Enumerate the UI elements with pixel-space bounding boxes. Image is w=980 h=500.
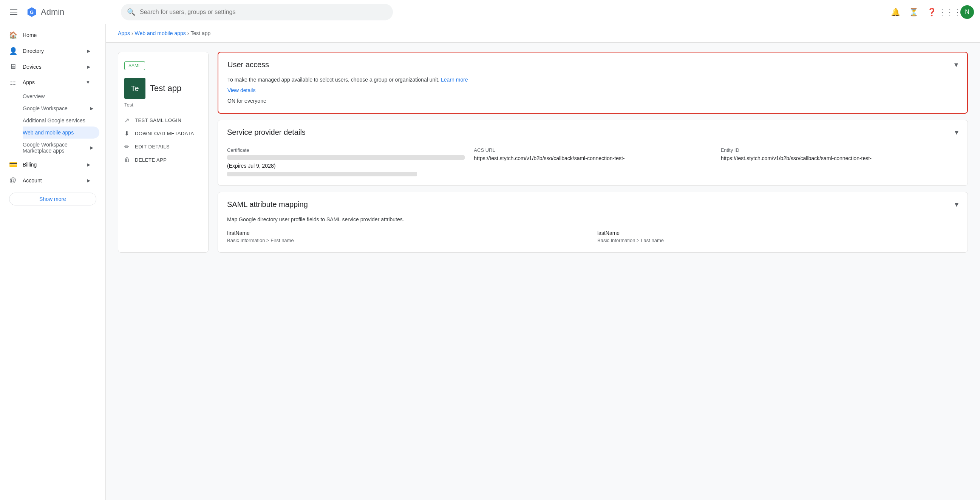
app-panel: SAML Te Test app Test ↗ Test SAML Login …	[118, 52, 208, 252]
sidebar-item-web-mobile-label: Web and mobile apps	[23, 130, 74, 136]
person-icon: 👤	[9, 47, 17, 55]
sidebar-item-web-mobile[interactable]: Web and mobile apps	[23, 127, 99, 139]
learn-more-link[interactable]: Learn more	[441, 77, 468, 83]
sidebar-item-account[interactable]: @ Account ▶	[0, 173, 99, 188]
first-name-value: Basic Information > First name	[227, 238, 588, 243]
show-more-button[interactable]: Show more	[9, 193, 96, 205]
breadcrumb-apps[interactable]: Apps	[118, 30, 130, 36]
user-access-header[interactable]: User access ▾	[218, 52, 967, 77]
saml-mapping-title: SAML attribute mapping	[227, 200, 308, 209]
menu-button[interactable]	[6, 5, 21, 20]
sp-grid: Certificate (Expires Jul 9, 2028) ACS UR…	[227, 144, 958, 176]
sidebar-item-additional-google[interactable]: Additional Google services	[23, 114, 99, 127]
sp-title: Service provider details	[227, 128, 305, 137]
entity-id-field: Entity ID https://test.stytch.com/v1/b2b…	[721, 147, 958, 176]
search-bar[interactable]: 🔍	[121, 4, 393, 21]
svg-text:G: G	[30, 9, 33, 15]
sidebar-item-google-workspace[interactable]: Google Workspace ▶	[23, 102, 99, 114]
sp-content: Certificate (Expires Jul 9, 2028) ACS UR…	[218, 144, 967, 186]
help-button[interactable]: ❓	[924, 5, 939, 20]
sidebar-item-home[interactable]: 🏠 Home	[0, 27, 99, 43]
sidebar-item-marketplace-label: Google Workspace Marketplace apps	[23, 141, 68, 154]
download-icon: ⬇	[124, 130, 131, 137]
breadcrumb-web-mobile[interactable]: Web and mobile apps	[135, 30, 186, 36]
sidebar-item-account-label: Account	[23, 178, 42, 184]
panels-area: User access ▾ To make the managed app av…	[218, 52, 968, 252]
search-input[interactable]	[140, 9, 387, 16]
test-saml-login-action[interactable]: ↗ Test SAML Login	[124, 117, 202, 124]
edit-details-action[interactable]: ✏ Edit Details	[124, 143, 202, 150]
sidebar-item-overview[interactable]: Overview	[23, 90, 99, 102]
sidebar-item-billing[interactable]: 💳 Billing ▶	[0, 157, 99, 173]
last-name-label: lastName	[597, 230, 958, 236]
chevron-right-icon-account: ▶	[87, 178, 90, 183]
hourglass-icon: ⏳	[909, 8, 918, 17]
last-name-value: Basic Information > Last name	[597, 238, 958, 243]
user-access-chevron-icon: ▾	[954, 60, 958, 69]
sp-header[interactable]: Service provider details ▾	[218, 120, 967, 144]
sidebar-item-marketplace[interactable]: Google Workspace Marketplace apps ▶	[23, 139, 99, 157]
certificate-field: Certificate (Expires Jul 9, 2028)	[227, 147, 465, 176]
test-saml-login-label: Test SAML Login	[135, 117, 181, 123]
sidebar-item-directory[interactable]: 👤 Directory ▶	[0, 43, 99, 59]
layout: 🏠 Home 👤 Directory ▶ 🖥 Devices ▶ ⚏ Apps …	[0, 24, 980, 500]
sidebar-item-apps[interactable]: ⚏ Apps ▼	[0, 75, 99, 90]
notifications-button[interactable]: 🔔	[888, 5, 903, 20]
home-icon: 🏠	[9, 31, 17, 39]
breadcrumb-sep-1: ›	[132, 30, 134, 36]
user-access-content: To make the managed app available to sel…	[218, 77, 967, 113]
acs-url-value: https://test.stytch.com/v1/b2b/sso/callb…	[474, 155, 711, 161]
view-details-link[interactable]: View details	[228, 87, 958, 93]
app-icon-container: Te Test app	[124, 78, 202, 99]
timer-button[interactable]: ⏳	[906, 5, 921, 20]
saml-mapping-chevron-icon: ▾	[955, 200, 958, 209]
breadcrumb: Apps › Web and mobile apps › Test app	[106, 24, 980, 43]
certificate-placeholder-2	[227, 172, 417, 176]
last-name-field: lastName Basic Information > Last name	[597, 230, 958, 243]
acs-url-field: ACS URL https://test.stytch.com/v1/b2b/s…	[474, 147, 711, 176]
breadcrumb-current: Test app	[191, 30, 210, 36]
first-name-field: firstName Basic Information > First name	[227, 230, 588, 243]
saml-mapping-content: Map Google directory user profile fields…	[218, 216, 967, 252]
sidebar-item-additional-label: Additional Google services	[23, 117, 85, 124]
sidebar-item-billing-label: Billing	[23, 162, 37, 168]
search-icon: 🔍	[127, 8, 135, 16]
avatar[interactable]: N	[960, 5, 974, 19]
apps-subnav: Overview Google Workspace ▶ Additional G…	[0, 90, 105, 157]
hamburger-icon	[7, 6, 21, 18]
chevron-right-icon-billing: ▶	[87, 162, 90, 167]
certificate-placeholder-1	[227, 155, 465, 160]
admin-title: Admin	[41, 7, 64, 17]
app-icon: Te	[124, 78, 145, 99]
app-subtitle: Test	[124, 102, 202, 108]
topbar-left: G Admin	[6, 5, 112, 20]
sidebar-item-overview-label: Overview	[23, 93, 45, 99]
on-status: ON for everyone	[228, 98, 958, 104]
apps-icon: ⚏	[9, 78, 17, 86]
first-name-label: firstName	[227, 230, 588, 236]
certificate-label: Certificate	[227, 147, 465, 153]
download-metadata-action[interactable]: ⬇ Download Metadata	[124, 130, 202, 137]
saml-mapping-description: Map Google directory user profile fields…	[227, 216, 958, 222]
saml-mapping-header[interactable]: SAML attribute mapping ▾	[218, 192, 967, 216]
google-logo: G	[26, 6, 38, 18]
delete-app-action[interactable]: 🗑 Delete App	[124, 156, 202, 163]
user-access-title: User access	[228, 60, 269, 69]
sidebar-item-devices[interactable]: 🖥 Devices ▶	[0, 59, 99, 75]
certificate-value: (Expires Jul 9, 2028)	[227, 163, 465, 169]
attr-grid: firstName Basic Information > First name…	[227, 227, 958, 243]
account-icon: @	[9, 176, 17, 184]
grid-icon: ⋮⋮⋮	[939, 8, 961, 17]
sidebar: 🏠 Home 👤 Directory ▶ 🖥 Devices ▶ ⚏ Apps …	[0, 24, 106, 500]
entity-id-label: Entity ID	[721, 147, 958, 153]
delete-icon: 🗑	[124, 156, 131, 163]
help-icon: ❓	[927, 8, 937, 17]
app-actions: ↗ Test SAML Login ⬇ Download Metadata ✏ …	[124, 117, 202, 163]
edit-details-label: Edit Details	[135, 144, 170, 149]
sidebar-item-google-workspace-label: Google Workspace	[23, 105, 68, 111]
sidebar-item-directory-label: Directory	[23, 48, 44, 54]
saml-mapping-panel: SAML attribute mapping ▾ Map Google dire…	[218, 192, 968, 252]
edit-icon: ✏	[124, 143, 131, 150]
topbar: G Admin 🔍 🔔 ⏳ ❓ ⋮⋮⋮ N	[0, 0, 980, 24]
apps-grid-button[interactable]: ⋮⋮⋮	[942, 5, 957, 20]
